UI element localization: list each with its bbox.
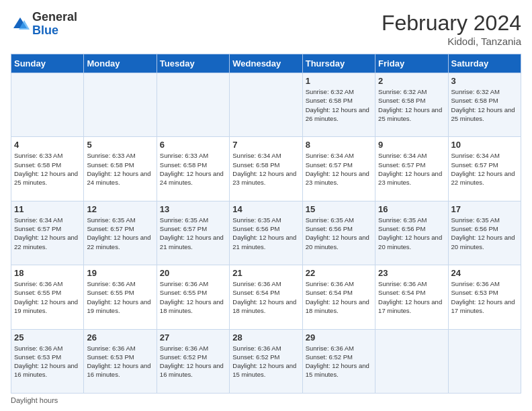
calendar-cell: 22Sunrise: 6:36 AM Sunset: 6:54 PM Dayli… bbox=[302, 265, 375, 329]
calendar-body: 1Sunrise: 6:32 AM Sunset: 6:58 PM Daylig… bbox=[11, 73, 521, 394]
calendar-cell bbox=[11, 73, 84, 137]
day-info: Sunrise: 6:34 AM Sunset: 6:57 PM Dayligh… bbox=[378, 151, 445, 187]
week-row-3: 18Sunrise: 6:36 AM Sunset: 6:55 PM Dayli… bbox=[11, 265, 521, 329]
calendar-cell: 18Sunrise: 6:36 AM Sunset: 6:55 PM Dayli… bbox=[11, 265, 84, 329]
calendar-cell: 15Sunrise: 6:35 AM Sunset: 6:56 PM Dayli… bbox=[302, 201, 375, 265]
title-block: February 2024 Kidodi, Tanzania bbox=[382, 11, 521, 47]
calendar-cell: 4Sunrise: 6:33 AM Sunset: 6:58 PM Daylig… bbox=[11, 137, 84, 201]
day-number: 3 bbox=[451, 76, 518, 86]
day-info: Sunrise: 6:32 AM Sunset: 6:58 PM Dayligh… bbox=[378, 87, 445, 123]
calendar-table: SundayMondayTuesdayWednesdayThursdayFrid… bbox=[11, 54, 521, 394]
calendar-cell: 10Sunrise: 6:34 AM Sunset: 6:57 PM Dayli… bbox=[448, 137, 521, 201]
day-info: Sunrise: 6:34 AM Sunset: 6:57 PM Dayligh… bbox=[306, 151, 372, 187]
calendar-cell: 2Sunrise: 6:32 AM Sunset: 6:58 PM Daylig… bbox=[375, 73, 448, 137]
calendar-cell: 21Sunrise: 6:36 AM Sunset: 6:54 PM Dayli… bbox=[230, 265, 302, 329]
calendar-cell: 9Sunrise: 6:34 AM Sunset: 6:57 PM Daylig… bbox=[375, 137, 448, 201]
day-number: 25 bbox=[14, 332, 81, 342]
day-info: Sunrise: 6:34 AM Sunset: 6:58 PM Dayligh… bbox=[232, 151, 299, 187]
day-header-monday: Monday bbox=[84, 54, 157, 73]
month-year: February 2024 bbox=[382, 11, 521, 36]
calendar-cell: 29Sunrise: 6:36 AM Sunset: 6:52 PM Dayli… bbox=[302, 329, 375, 393]
day-info: Sunrise: 6:32 AM Sunset: 6:58 PM Dayligh… bbox=[306, 87, 372, 123]
day-header-tuesday: Tuesday bbox=[157, 54, 229, 73]
calendar-cell: 5Sunrise: 6:33 AM Sunset: 6:58 PM Daylig… bbox=[84, 137, 157, 201]
day-number: 10 bbox=[451, 140, 518, 150]
day-info: Sunrise: 6:36 AM Sunset: 6:54 PM Dayligh… bbox=[306, 279, 372, 315]
day-header-wednesday: Wednesday bbox=[230, 54, 302, 73]
day-number: 6 bbox=[160, 140, 226, 150]
footer-note: Daylight hours bbox=[11, 396, 521, 404]
calendar-cell: 23Sunrise: 6:36 AM Sunset: 6:54 PM Dayli… bbox=[375, 265, 448, 329]
day-info: Sunrise: 6:36 AM Sunset: 6:54 PM Dayligh… bbox=[378, 279, 445, 315]
logo-text: General Blue bbox=[32, 11, 77, 38]
calendar-cell: 16Sunrise: 6:35 AM Sunset: 6:56 PM Dayli… bbox=[375, 201, 448, 265]
calendar-cell: 11Sunrise: 6:34 AM Sunset: 6:57 PM Dayli… bbox=[11, 201, 84, 265]
calendar-cell bbox=[230, 73, 302, 137]
day-info: Sunrise: 6:32 AM Sunset: 6:58 PM Dayligh… bbox=[451, 87, 518, 123]
day-info: Sunrise: 6:36 AM Sunset: 6:53 PM Dayligh… bbox=[451, 279, 518, 315]
day-number: 29 bbox=[306, 332, 372, 342]
location: Kidodi, Tanzania bbox=[382, 36, 521, 47]
calendar-cell: 25Sunrise: 6:36 AM Sunset: 6:53 PM Dayli… bbox=[11, 329, 84, 393]
calendar-cell: 19Sunrise: 6:36 AM Sunset: 6:55 PM Dayli… bbox=[84, 265, 157, 329]
week-row-0: 1Sunrise: 6:32 AM Sunset: 6:58 PM Daylig… bbox=[11, 73, 521, 137]
day-number: 24 bbox=[451, 268, 518, 278]
day-header-sunday: Sunday bbox=[11, 54, 84, 73]
day-number: 23 bbox=[378, 268, 445, 278]
day-info: Sunrise: 6:35 AM Sunset: 6:57 PM Dayligh… bbox=[160, 216, 226, 251]
day-header-friday: Friday bbox=[375, 54, 448, 73]
day-number: 21 bbox=[232, 268, 299, 278]
day-number: 15 bbox=[306, 204, 372, 214]
calendar-cell: 1Sunrise: 6:32 AM Sunset: 6:58 PM Daylig… bbox=[302, 73, 375, 137]
day-info: Sunrise: 6:36 AM Sunset: 6:53 PM Dayligh… bbox=[87, 344, 153, 379]
day-number: 18 bbox=[14, 268, 81, 278]
day-number: 11 bbox=[14, 204, 81, 214]
day-number: 2 bbox=[378, 76, 445, 86]
day-number: 17 bbox=[451, 204, 518, 214]
calendar-cell: 13Sunrise: 6:35 AM Sunset: 6:57 PM Dayli… bbox=[157, 201, 229, 265]
week-row-1: 4Sunrise: 6:33 AM Sunset: 6:58 PM Daylig… bbox=[11, 137, 521, 201]
day-number: 5 bbox=[87, 140, 153, 150]
day-number: 16 bbox=[378, 204, 445, 214]
day-info: Sunrise: 6:35 AM Sunset: 6:56 PM Dayligh… bbox=[232, 216, 299, 251]
day-info: Sunrise: 6:36 AM Sunset: 6:52 PM Dayligh… bbox=[160, 344, 226, 379]
day-info: Sunrise: 6:34 AM Sunset: 6:57 PM Dayligh… bbox=[451, 151, 518, 187]
day-info: Sunrise: 6:33 AM Sunset: 6:58 PM Dayligh… bbox=[14, 151, 81, 187]
day-number: 19 bbox=[87, 268, 153, 278]
day-info: Sunrise: 6:33 AM Sunset: 6:58 PM Dayligh… bbox=[87, 151, 153, 187]
day-info: Sunrise: 6:36 AM Sunset: 6:52 PM Dayligh… bbox=[306, 344, 372, 379]
day-info: Sunrise: 6:33 AM Sunset: 6:58 PM Dayligh… bbox=[160, 151, 226, 187]
calendar-cell: 14Sunrise: 6:35 AM Sunset: 6:56 PM Dayli… bbox=[230, 201, 302, 265]
calendar-cell: 24Sunrise: 6:36 AM Sunset: 6:53 PM Dayli… bbox=[448, 265, 521, 329]
day-info: Sunrise: 6:36 AM Sunset: 6:53 PM Dayligh… bbox=[14, 344, 81, 379]
calendar-cell: 6Sunrise: 6:33 AM Sunset: 6:58 PM Daylig… bbox=[157, 137, 229, 201]
calendar-cell bbox=[375, 329, 448, 393]
calendar-cell bbox=[157, 73, 229, 137]
calendar-cell: 17Sunrise: 6:35 AM Sunset: 6:56 PM Dayli… bbox=[448, 201, 521, 265]
day-info: Sunrise: 6:34 AM Sunset: 6:57 PM Dayligh… bbox=[14, 216, 81, 251]
calendar-cell: 20Sunrise: 6:36 AM Sunset: 6:55 PM Dayli… bbox=[157, 265, 229, 329]
calendar-cell: 27Sunrise: 6:36 AM Sunset: 6:52 PM Dayli… bbox=[157, 329, 229, 393]
day-header-thursday: Thursday bbox=[302, 54, 375, 73]
day-number: 27 bbox=[160, 332, 226, 342]
day-header-saturday: Saturday bbox=[448, 54, 521, 73]
day-info: Sunrise: 6:36 AM Sunset: 6:52 PM Dayligh… bbox=[232, 344, 299, 379]
day-info: Sunrise: 6:35 AM Sunset: 6:56 PM Dayligh… bbox=[306, 216, 372, 251]
day-info: Sunrise: 6:35 AM Sunset: 6:56 PM Dayligh… bbox=[451, 216, 518, 251]
day-number: 8 bbox=[306, 140, 372, 150]
calendar-cell: 12Sunrise: 6:35 AM Sunset: 6:57 PM Dayli… bbox=[84, 201, 157, 265]
logo: General Blue bbox=[11, 11, 77, 38]
day-number: 13 bbox=[160, 204, 226, 214]
calendar-cell bbox=[84, 73, 157, 137]
day-number: 12 bbox=[87, 204, 153, 214]
day-info: Sunrise: 6:36 AM Sunset: 6:55 PM Dayligh… bbox=[160, 279, 226, 315]
day-number: 28 bbox=[232, 332, 299, 342]
calendar-cell: 3Sunrise: 6:32 AM Sunset: 6:58 PM Daylig… bbox=[448, 73, 521, 137]
day-number: 22 bbox=[306, 268, 372, 278]
day-info: Sunrise: 6:35 AM Sunset: 6:56 PM Dayligh… bbox=[378, 216, 445, 251]
logo-icon bbox=[11, 15, 30, 34]
calendar-cell bbox=[448, 329, 521, 393]
calendar-cell: 8Sunrise: 6:34 AM Sunset: 6:57 PM Daylig… bbox=[302, 137, 375, 201]
day-info: Sunrise: 6:35 AM Sunset: 6:57 PM Dayligh… bbox=[87, 216, 153, 251]
calendar-cell: 26Sunrise: 6:36 AM Sunset: 6:53 PM Dayli… bbox=[84, 329, 157, 393]
